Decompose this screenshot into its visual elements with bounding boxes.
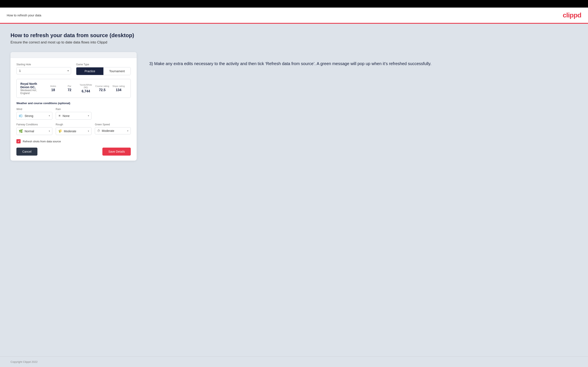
form-top-stub (10, 52, 137, 58)
yards-label: Yards/White (M)) (78, 83, 94, 89)
green-speed-label: Green Speed (95, 123, 131, 126)
starting-hole-select[interactable]: 1 ▾ (16, 67, 71, 74)
course-rating-value: 72.5 (94, 88, 110, 92)
header-title: How to refresh your data (7, 13, 41, 17)
course-info-box: Royal North Devon GC, Westward Ho!, Engl… (16, 79, 131, 98)
slope-rating-label: Slope rating (110, 85, 127, 87)
rough-label: Rough (56, 123, 92, 126)
holes-label: Holes (45, 85, 61, 87)
form-body: Starting Hole 1 ▾ Game Type Practice Tou… (10, 58, 137, 143)
starting-hole-game-type-row: Starting Hole 1 ▾ Game Type Practice Tou… (16, 63, 131, 75)
fairway-select[interactable]: 🌿 Normal ▾ (16, 127, 52, 135)
course-rating-stat: Course rating 72.5 (94, 85, 110, 92)
header: How to refresh your data clippd (0, 8, 588, 23)
wind-value: Strong (25, 114, 48, 117)
refresh-checkbox[interactable] (16, 139, 21, 143)
wind-label: Wind (16, 108, 52, 111)
instruction-text: 3) Make any extra edits necessary to the… (149, 60, 578, 67)
wind-rain-row: Wind 💨 Strong ▾ Rain ☀ None ▾ (16, 108, 131, 120)
page-heading: How to refresh your data from source (de… (10, 32, 578, 39)
refresh-label: Refresh shots from data source (23, 140, 61, 143)
par-label: Par (61, 85, 78, 87)
rain-icon: ☀ (58, 114, 61, 118)
par-value: 72 (61, 88, 78, 92)
starting-hole-field: Starting Hole 1 ▾ (16, 63, 71, 75)
holes-value: 18 (45, 88, 61, 92)
green-speed-select[interactable]: ⏱ Moderate ▾ (95, 127, 131, 134)
wind-select[interactable]: 💨 Strong ▾ (16, 112, 52, 120)
course-location: Westward Ho!, England (20, 89, 45, 95)
rain-value: None (63, 114, 87, 117)
green-speed-field: Green Speed ⏱ Moderate ▾ (95, 123, 131, 135)
course-name: Royal North Devon GC, (20, 82, 45, 89)
refresh-checkbox-row: Refresh shots from data source (16, 139, 131, 143)
course-rating-label: Course rating (94, 85, 110, 87)
rough-value: Moderate (64, 130, 87, 133)
game-type-toggle: Practice Tournament (76, 67, 131, 75)
logo: clippd (563, 11, 581, 19)
rain-label: Rain (56, 108, 92, 111)
rough-field: Rough 🌾 Moderate ▾ (56, 123, 92, 135)
rain-select[interactable]: ☀ None ▾ (56, 112, 92, 120)
fairway-field: Fairway Conditions 🌿 Normal ▾ (16, 123, 52, 135)
save-button[interactable]: Save Details (102, 148, 131, 156)
wind-icon: 💨 (19, 114, 23, 118)
fairway-icon: 🌿 (19, 129, 23, 133)
content-area: Starting Hole 1 ▾ Game Type Practice Tou… (10, 52, 578, 161)
green-speed-chevron: ▾ (127, 130, 129, 132)
course-name-col: Royal North Devon GC, Westward Ho!, Engl… (20, 82, 45, 95)
slope-rating-stat: Slope rating 134 (110, 85, 127, 92)
form-panel: Starting Hole 1 ▾ Game Type Practice Tou… (10, 52, 137, 161)
page-subheading: Ensure the correct and most up to date d… (10, 40, 578, 44)
footer-copyright: Copyright Clippd 2022 (10, 360, 38, 363)
cancel-button[interactable]: Cancel (16, 148, 37, 156)
green-speed-icon: ⏱ (97, 129, 100, 133)
main-content: How to refresh your data from source (de… (0, 24, 588, 356)
tournament-button[interactable]: Tournament (104, 67, 130, 75)
game-type-label: Game Type (76, 63, 131, 66)
rough-chevron: ▾ (88, 130, 89, 133)
course-par-stat: Par 72 (61, 85, 78, 92)
rough-icon: 🌾 (58, 129, 62, 133)
slope-rating-value: 134 (110, 88, 127, 92)
form-footer: Cancel Save Details (10, 148, 137, 161)
rain-chevron: ▾ (88, 114, 89, 117)
yards-value: 6,744 (78, 89, 94, 93)
fairway-chevron: ▾ (49, 130, 50, 133)
wind-field: Wind 💨 Strong ▾ (16, 108, 52, 120)
course-yards-stat: Yards/White (M)) 6,744 (78, 83, 94, 93)
green-speed-value: Moderate (102, 129, 126, 133)
top-bar (0, 0, 588, 8)
instruction-panel: 3) Make any extra edits necessary to the… (149, 52, 578, 67)
wind-chevron: ▾ (49, 114, 50, 117)
rain-field: Rain ☀ None ▾ (56, 108, 92, 120)
game-type-field: Game Type Practice Tournament (76, 63, 131, 75)
starting-hole-label: Starting Hole (16, 63, 71, 66)
rough-select[interactable]: 🌾 Moderate ▾ (56, 127, 92, 135)
conditions-section-title: Weather and course conditions (optional) (16, 102, 131, 105)
fairway-rough-green-row: Fairway Conditions 🌿 Normal ▾ Rough 🌾 Mo… (16, 123, 131, 135)
fairway-label: Fairway Conditions (16, 123, 52, 126)
practice-button[interactable]: Practice (76, 67, 104, 75)
starting-hole-value: 1 (19, 69, 68, 72)
fairway-value: Normal (25, 130, 48, 133)
course-holes-stat: Holes 18 (45, 85, 61, 92)
footer: Copyright Clippd 2022 (0, 356, 588, 367)
